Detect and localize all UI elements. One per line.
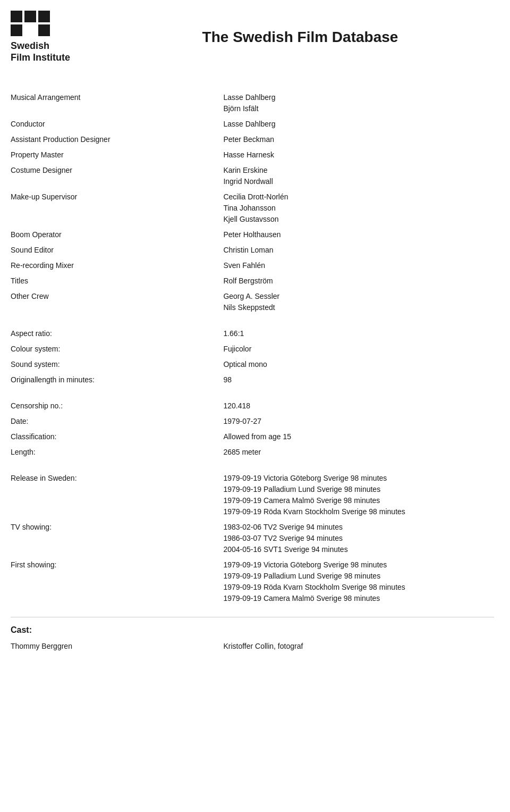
censor-value: 120.418 (223, 398, 494, 414)
release-table: Release in Sweden: 1979-09-19 Victoria G… (11, 471, 494, 606)
logo-line1: Swedish (11, 40, 49, 51)
technical-table: Aspect ratio: 1.66:1 Colour system: Fuji… (11, 326, 494, 388)
crew-role: Sound Editor (11, 242, 223, 258)
crew-role: Musical Arrangement (11, 90, 223, 116)
logo-square-1 (11, 11, 22, 22)
crew-value: Hasse Harnesk (223, 147, 494, 163)
page-header: Swedish Film Institute The Swedish Film … (0, 0, 510, 74)
table-row: Other Crew Georg A. SesslerNils Skeppste… (11, 289, 494, 315)
crew-role: Conductor (11, 116, 223, 132)
crew-value: Karin ErskineIngrid Nordwall (223, 163, 494, 189)
table-row: Assistant Production Designer Peter Beck… (11, 132, 494, 147)
crew-role: Boom Operator (11, 227, 223, 242)
censor-role: Censorship no.: (11, 398, 223, 414)
censor-role: Classification: (11, 429, 223, 445)
table-row: TV showing: 1983-02-06 TV2 Sverige 94 mi… (11, 520, 494, 557)
crew-value: Peter Holthausen (223, 227, 494, 242)
release-value: 1983-02-06 TV2 Sverige 94 minutes 1986-0… (223, 520, 494, 557)
crew-value: Rolf Bergström (223, 273, 494, 289)
tech-role: Originallength in minutes: (11, 372, 223, 388)
table-row: First showing: 1979-09-19 Victoria Göteb… (11, 557, 494, 606)
cast-role: Kristoffer Collin, fotograf (223, 639, 494, 654)
table-row: Boom Operator Peter Holthausen (11, 227, 494, 242)
logo-icon (11, 11, 50, 36)
tech-role: Aspect ratio: (11, 326, 223, 341)
table-row: Costume Designer Karin ErskineIngrid Nor… (11, 163, 494, 189)
tech-value: 98 (223, 372, 494, 388)
censor-value: 1979-07-27 (223, 414, 494, 429)
release-value: 1979-09-19 Victoria Göteborg Sverige 98 … (223, 557, 494, 606)
logo-square-6 (38, 24, 50, 36)
table-row: Aspect ratio: 1.66:1 (11, 326, 494, 341)
table-row: Classification: Allowed from age 15 (11, 429, 494, 445)
table-row: Length: 2685 meter (11, 445, 494, 460)
logo-text: Swedish Film Institute (11, 40, 70, 63)
cast-section: Cast: Thommy Berggren Kristoffer Collin,… (11, 617, 494, 654)
censorship-table: Censorship no.: 120.418 Date: 1979-07-27… (11, 398, 494, 460)
logo-line2: Film Institute (11, 52, 70, 63)
crew-value: Lasse Dahlberg (223, 116, 494, 132)
table-row: Colour system: Fujicolor (11, 341, 494, 357)
crew-role: Titles (11, 273, 223, 289)
table-row: Re-recording Mixer Sven Fahlén (11, 258, 494, 273)
release-value: 1979-09-19 Victoria Göteborg Sverige 98 … (223, 471, 494, 520)
crew-value: Lasse DahlbergBjörn Isfält (223, 90, 494, 116)
page-title: The Swedish Film Database (128, 29, 494, 46)
crew-table: Musical Arrangement Lasse DahlbergBjörn … (11, 90, 494, 315)
tech-value: 1.66:1 (223, 326, 494, 341)
censor-value: Allowed from age 15 (223, 429, 494, 445)
censor-value: 2685 meter (223, 445, 494, 460)
release-role: First showing: (11, 557, 223, 606)
tech-role: Colour system: (11, 341, 223, 357)
table-row: Musical Arrangement Lasse DahlbergBjörn … (11, 90, 494, 116)
crew-role: Re-recording Mixer (11, 258, 223, 273)
table-row: Make-up Supervisor Cecilia Drott-NorlénT… (11, 189, 494, 227)
release-role: Release in Sweden: (11, 471, 223, 520)
logo-square-3 (38, 11, 50, 22)
crew-value: Cecilia Drott-NorlénTina JohanssonKjell … (223, 189, 494, 227)
logo-square-5 (24, 24, 36, 36)
table-row: Titles Rolf Bergström (11, 273, 494, 289)
censor-role: Length: (11, 445, 223, 460)
table-row: Thommy Berggren Kristoffer Collin, fotog… (11, 639, 494, 654)
cast-table: Thommy Berggren Kristoffer Collin, fotog… (11, 639, 494, 654)
crew-value: Christin Loman (223, 242, 494, 258)
table-row: Conductor Lasse Dahlberg (11, 116, 494, 132)
crew-role: Assistant Production Designer (11, 132, 223, 147)
crew-role: Costume Designer (11, 163, 223, 189)
tech-value: Optical mono (223, 357, 494, 372)
cast-title: Cast: (11, 625, 494, 635)
logo-square-4 (11, 24, 22, 36)
tech-role: Sound system: (11, 357, 223, 372)
crew-role: Make-up Supervisor (11, 189, 223, 227)
logo-square-2 (24, 11, 36, 22)
table-row: Sound Editor Christin Loman (11, 242, 494, 258)
crew-value: Peter Beckman (223, 132, 494, 147)
release-role: TV showing: (11, 520, 223, 557)
table-row: Sound system: Optical mono (11, 357, 494, 372)
cast-actor: Thommy Berggren (11, 639, 223, 654)
censor-role: Date: (11, 414, 223, 429)
tech-value: Fujicolor (223, 341, 494, 357)
table-row: Date: 1979-07-27 (11, 414, 494, 429)
logo-area: Swedish Film Institute (11, 11, 128, 63)
table-row: Censorship no.: 120.418 (11, 398, 494, 414)
crew-value: Georg A. SesslerNils Skeppstedt (223, 289, 494, 315)
table-row: Property Master Hasse Harnesk (11, 147, 494, 163)
crew-role: Property Master (11, 147, 223, 163)
table-row: Originallength in minutes: 98 (11, 372, 494, 388)
table-row: Release in Sweden: 1979-09-19 Victoria G… (11, 471, 494, 520)
main-content: Musical Arrangement Lasse DahlbergBjörn … (0, 74, 510, 669)
crew-role: Other Crew (11, 289, 223, 315)
crew-value: Sven Fahlén (223, 258, 494, 273)
